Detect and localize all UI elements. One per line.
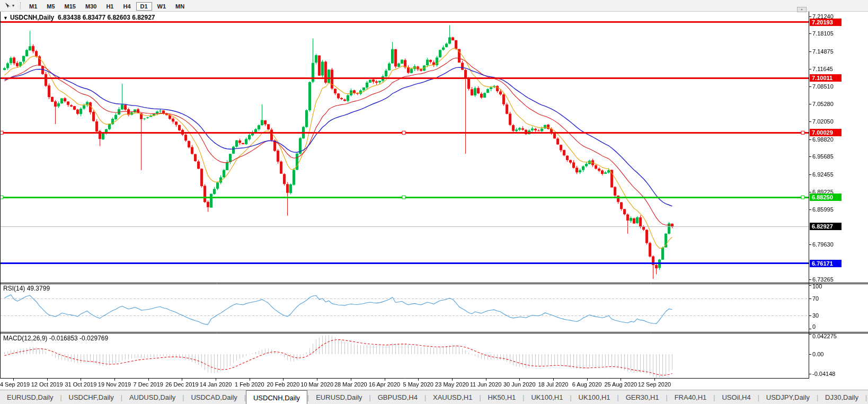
macd-axis-tick: 0.00 — [812, 351, 823, 357]
date-axis-label: 1 Feb 2020 — [235, 381, 264, 388]
chart-tab-XAUUSD-H1[interactable]: XAUUSD,H1 — [426, 390, 479, 404]
hline-6.76171[interactable] — [0, 262, 809, 265]
date-axis-label: 31 Oct 2019 — [65, 381, 96, 388]
date-axis-label: 19 Nov 2019 — [98, 381, 131, 388]
timeframe-button-M1[interactable]: M1 — [25, 2, 41, 11]
hline-7.10011[interactable] — [0, 77, 809, 80]
price-axis-tick: 7.02050 — [812, 118, 834, 125]
price-level-badge-6.76171: 6.76171 — [810, 260, 842, 267]
date-axis-label: 6 Aug 2020 — [572, 381, 602, 388]
mt4-window: ▾ M1M5M15M30H1H4D1W1MN ▲ ▼USDCNH,Daily 6… — [0, 0, 868, 404]
chart-symbol-label: USDCNH,Daily — [10, 14, 54, 21]
date-axis-label: 7 Dec 2019 — [134, 381, 163, 388]
macd-indicator-label: MACD(12,26,9) -0.016853 -0.029769 — [3, 335, 108, 342]
date-axis-label: 5 May 2020 — [403, 381, 433, 388]
chart-tab-HK50-H1[interactable]: HK50,H1 — [481, 390, 523, 404]
price-axis-tick: 6.98820 — [812, 136, 834, 143]
quote-high: 6.83477 — [83, 14, 105, 21]
rsi-axis-tick: 30 — [812, 312, 819, 319]
price-level-badge-6.88250: 6.88250 — [810, 194, 842, 201]
crosshair-tool-icon[interactable] — [3, 2, 12, 10]
price-level-badge-7.10011: 7.10011 — [810, 74, 842, 82]
timeframe-button-W1[interactable]: W1 — [153, 2, 171, 11]
chart-tab-UK100-H1[interactable]: UK100,H1 — [572, 390, 617, 404]
hline-6.88250[interactable] — [0, 196, 809, 199]
quote-open: 6.83438 — [58, 14, 81, 21]
chart-tab-UK100-H1[interactable]: UK100,H1 — [524, 390, 570, 404]
chart-tabs: EURUSD,Daily|USDCHF,Daily|AUDUSD,Daily|U… — [0, 390, 868, 404]
price-axis-tick: 7.05280 — [812, 101, 834, 107]
price-level-badge-7.20193: 7.20193 — [810, 19, 842, 26]
date-axis-label: 12 Sep 2020 — [638, 381, 671, 388]
rsi-value: 49.3799 — [27, 285, 50, 292]
chart-tab-USDCNH-Daily[interactable]: USDCNH,Daily — [246, 390, 307, 404]
rsi-axis-tick: 100 — [812, 283, 822, 289]
timeframe-button-MN[interactable]: MN — [171, 2, 189, 11]
macd-signal-value: -0.029769 — [79, 335, 108, 342]
date-axis-label: 24 Sep 2019 — [0, 381, 30, 388]
chart-tab-EURUSD-Daily[interactable]: EURUSD,Daily — [309, 390, 369, 404]
chart-tab-USDJPY-Daily[interactable]: USDJPY,Daily — [759, 390, 817, 404]
price-axis-tick: 6.79630 — [812, 241, 834, 248]
quote-close: 6.82927 — [132, 14, 155, 21]
chart-tab-AUDUSD-Daily[interactable]: AUDUSD,Daily — [122, 390, 182, 404]
price-axis-tick: 6.92455 — [812, 171, 834, 178]
hline-7.00029[interactable] — [0, 131, 809, 134]
date-axis-label: 20 Feb 2020 — [267, 381, 300, 388]
date-axis-label: 23 May 2020 — [435, 381, 469, 388]
date-axis-label: 14 Jan 2020 — [200, 381, 232, 388]
chart-tab-DJ30-Daily[interactable]: DJ30,Daily — [818, 390, 865, 404]
price-axis-tick: 6.95685 — [812, 153, 834, 160]
rsi-axis-tick: 0 — [812, 323, 816, 330]
toolbar-grip — [20, 2, 21, 10]
date-axis-label: 12 Oct 2019 — [31, 381, 63, 388]
hline-7.20193[interactable] — [0, 21, 809, 23]
date-axis-label: 30 Jun 2020 — [503, 381, 536, 388]
date-axis-label: 10 Mar 2020 — [300, 381, 333, 388]
dropdown-caret-icon[interactable]: ▾ — [12, 3, 14, 8]
rsi-indicator-label: RSI(14) 49.3799 — [3, 285, 50, 292]
date-axis-label: 28 Mar 2020 — [334, 381, 367, 388]
macd-axis-tick: 0.042275 — [812, 333, 837, 339]
chart-scroll-nub[interactable]: ▲ — [797, 7, 807, 12]
date-axis-label: 25 Aug 2020 — [604, 381, 637, 388]
rsi-axis-tick: 70 — [812, 295, 819, 302]
chart-tab-USOil-H4[interactable]: USOil,H4 — [715, 390, 757, 404]
timeframe-button-H4[interactable]: H4 — [119, 2, 135, 11]
chart-tab-FRA40-H1[interactable]: FRA40,H1 — [668, 390, 714, 404]
chart-title: ▼USDCNH,Daily 6.83438 6.83477 6.82603 6.… — [3, 14, 155, 21]
timeframe-button-D1[interactable]: D1 — [136, 2, 152, 11]
chart-tab-EURUSD-Daily[interactable]: EURUSD,Daily — [0, 390, 60, 404]
timeframe-button-M5[interactable]: M5 — [42, 2, 59, 11]
price-axis-tick: 7.14875 — [812, 48, 834, 55]
timeframe-button-group: M1M5M15M30H1H4D1W1MN — [24, 1, 189, 11]
current-price-badge: 6.82927 — [810, 223, 842, 230]
timeframe-button-M15[interactable]: M15 — [60, 2, 80, 11]
date-axis-label: 16 Apr 2020 — [369, 381, 400, 388]
chart-tab-GBPUSD-H4[interactable]: GBPUSD,H4 — [371, 390, 424, 404]
price-axis-tick: 7.18105 — [812, 30, 834, 37]
chart-canvas[interactable] — [0, 0, 868, 382]
quote-low: 6.82603 — [107, 14, 130, 21]
chart-tab-GER30-H1[interactable]: GER30,H1 — [619, 390, 666, 404]
price-axis-tick: 7.11645 — [812, 66, 833, 72]
date-axis-label: 11 Jun 2020 — [470, 381, 502, 388]
collapse-icon[interactable]: ▼ — [3, 15, 8, 21]
toolbar: ▾ M1M5M15M30H1H4D1W1MN ▲ — [0, 0, 868, 12]
timeframe-button-H1[interactable]: H1 — [102, 2, 118, 11]
chart-tab-bar: EURUSD,Daily|USDCHF,Daily|AUDUSD,Daily|U… — [0, 390, 868, 404]
price-level-badge-7.00029: 7.00029 — [810, 129, 842, 136]
macd-axis-tick: -0.04148 — [812, 371, 835, 377]
price-axis-tick: 7.08510 — [812, 83, 834, 90]
chart-tab-USDCHF-Daily[interactable]: USDCHF,Daily — [62, 390, 121, 404]
price-axis-tick: 6.73265 — [812, 276, 834, 283]
macd-main-value: -0.016853 — [49, 335, 78, 342]
date-axis-label: 26 Dec 2019 — [165, 381, 198, 388]
date-axis-label: 18 Jul 2020 — [538, 381, 568, 388]
price-axis-tick: 6.85995 — [812, 206, 834, 213]
chart-tab-USDCAD-Daily[interactable]: USDCAD,Daily — [184, 390, 244, 404]
timeframe-button-M30[interactable]: M30 — [81, 2, 101, 11]
